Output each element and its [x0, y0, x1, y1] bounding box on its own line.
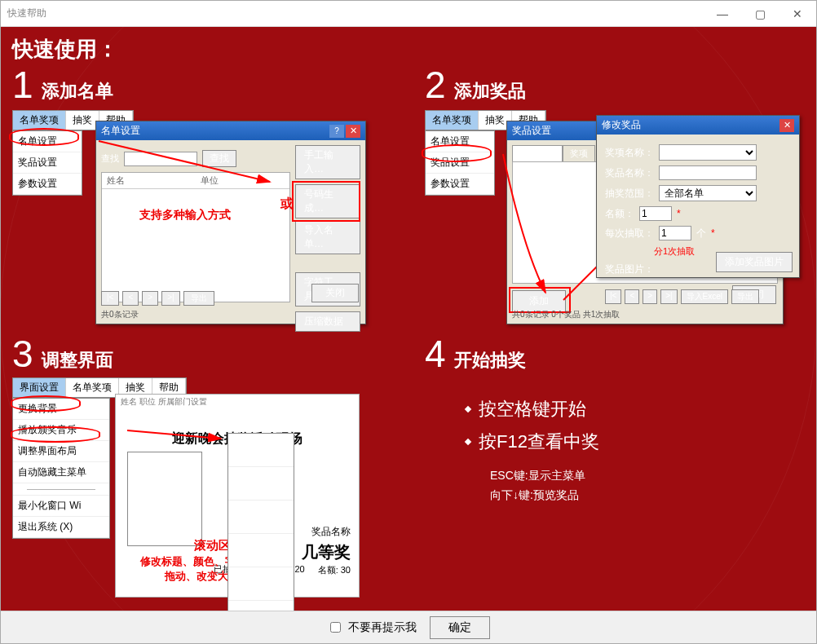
dont-show-checkbox[interactable]: 不要再提示我 — [327, 620, 417, 635]
step-4-bullets: 按空格键开始 按F12查看中奖 — [425, 397, 599, 454]
import-excel-button[interactable]: 导入Excel — [681, 289, 728, 304]
photo-placeholder — [127, 452, 202, 546]
menu-dropdown-1: 名单设置 奖品设置 参数设置 — [12, 130, 82, 196]
step-1: 1添加名单 — [12, 66, 113, 104]
prize-label: 奖品名称 — [311, 525, 351, 539]
label-photo: 奖品图片： — [605, 262, 654, 276]
menu-entry[interactable]: 参数设置 — [13, 174, 82, 195]
arrow-icon — [123, 402, 237, 451]
menu-item[interactable]: 界面设置 — [13, 378, 66, 397]
diamond-icon — [465, 439, 471, 445]
key-down: 向下↓键:预览奖品 — [490, 488, 599, 503]
prize-name-input[interactable] — [659, 165, 757, 180]
label-per-draw: 每次抽取： — [605, 227, 654, 240]
label-name: 奖品名称： — [605, 166, 654, 180]
menu-item[interactable]: 名单奖项 — [426, 111, 479, 130]
menu-entry[interactable]: 奖品设置 — [13, 152, 82, 174]
menu-entry[interactable]: 播放颁奖音乐 — [13, 420, 109, 441]
label-scope: 抽奖范围： — [605, 187, 654, 201]
menu-item[interactable]: 名单奖项 — [13, 111, 66, 130]
menu-entry[interactable]: 名单设置 — [426, 131, 494, 152]
ok-button[interactable]: 确定 — [430, 616, 490, 639]
step-2-title: 添加奖品 — [454, 79, 526, 104]
menu-entry[interactable]: 自动隐藏主菜单 — [13, 462, 109, 483]
dont-show-label: 不要再提示我 — [348, 620, 417, 635]
step-3-number: 3 — [12, 335, 33, 373]
step-2: 2添加奖品 — [425, 66, 526, 104]
menu-entry[interactable]: 最小化窗口 Wi — [13, 496, 109, 517]
bullet-f12: 按F12查看中奖 — [479, 430, 599, 454]
menu-entry[interactable]: 更换背景 — [13, 399, 109, 420]
dlg1-close-button[interactable]: 关闭 — [311, 284, 359, 302]
dialog-edit-prize: 修改奖品 ✕ 奖项名称： 奖品名称： 抽奖范围：全部名单 名额：* 每次抽取：个… — [596, 115, 800, 278]
step-1-number: 1 — [12, 66, 33, 104]
menu-dropdown-2: 名单设置 奖品设置 参数设置 — [425, 130, 495, 196]
bullet-space: 按空格键开始 — [479, 397, 586, 421]
ctx-item[interactable]: 修改颜色 — [228, 501, 294, 534]
key-esc: ESC键:显示主菜单 — [490, 469, 599, 483]
step-2-number: 2 — [425, 66, 446, 104]
per-draw-input[interactable] — [659, 226, 691, 240]
category-select[interactable] — [659, 144, 757, 161]
arrow-icon — [91, 133, 286, 214]
dont-show-input[interactable] — [330, 622, 341, 633]
step-4-keys: ESC键:显示主菜单 向下↓键:预览奖品 — [490, 469, 599, 503]
dialog-title: 修改奖品 ✕ — [597, 116, 799, 135]
help-window: 快速帮助 — ▢ ✕ 快速使用： 1添加名单 名单奖项 抽奖 帮助 名单设置 奖… — [0, 0, 817, 644]
menu-entry[interactable]: 名单设置 — [13, 131, 82, 152]
context-menu: 修改文字 修改字体 修改颜色 修改底色 底色透明 自动大小 隐藏 — [227, 433, 294, 611]
note-text: 支持多种输入方式 — [139, 208, 231, 223]
export-button[interactable]: 导出 — [183, 291, 214, 306]
step-4-title: 开始抽奖 — [454, 348, 526, 373]
menu-entry[interactable]: 退出系统 (X) — [13, 517, 109, 538]
manual-input-button[interactable]: 手工输入… — [295, 145, 360, 179]
import-list-button[interactable]: 导入名单… — [295, 220, 360, 254]
menu-entry[interactable]: 参数设置 — [426, 174, 494, 195]
step-1-title: 添加名单 — [42, 79, 113, 104]
window-title: 快速帮助 — [7, 7, 46, 20]
generate-numbers-button[interactable]: 号码生成… — [295, 184, 360, 218]
count-input[interactable] — [639, 206, 672, 221]
close-button[interactable]: ✕ — [779, 1, 816, 27]
page-title: 快速使用： — [12, 35, 816, 64]
content-area: 快速使用： 1添加名单 名单奖项 抽奖 帮助 名单设置 奖品设置 参数设置 名单… — [1, 27, 816, 611]
footer: 不要再提示我 确定 — [1, 611, 816, 643]
menu-item[interactable]: 名单奖项 — [66, 378, 119, 397]
dialog-title-text: 修改奖品 — [602, 118, 641, 132]
scope-select[interactable]: 全部名单 — [659, 185, 757, 201]
minimize-button[interactable]: — — [704, 1, 741, 27]
diamond-icon — [465, 406, 471, 412]
close-icon[interactable]: ✕ — [779, 119, 794, 132]
menu-entry[interactable]: 奖品设置 — [426, 152, 494, 174]
titlebar: 快速帮助 — ▢ ✕ — [1, 1, 816, 27]
dialog-title-text: 奖品设置 — [512, 124, 551, 138]
label-category: 奖项名称： — [605, 146, 654, 160]
ctx-item[interactable]: 底色透明 — [228, 567, 294, 601]
menu-entry[interactable]: 调整界面布局 — [13, 441, 109, 462]
ctx-item[interactable]: 自动大小 — [228, 601, 294, 611]
step-4: 4开始抽奖 按空格键开始 按F12查看中奖 ESC键:显示主菜单 向下↓键:预览… — [425, 335, 599, 508]
menu-dropdown-3: 更换背景 播放颁奖音乐 调整界面布局 自动隐藏主菜单 ——————— 最小化窗口… — [12, 398, 110, 539]
menu-item[interactable]: 抽奖 — [66, 111, 99, 130]
prize-tier: 几等奖 — [302, 541, 351, 563]
scroll-area-label: 滚动区 — [194, 538, 231, 554]
ctx-item[interactable]: 修改文字 — [228, 434, 294, 467]
export-button[interactable]: 导出 — [731, 289, 759, 304]
step-3-title: 调整界面 — [42, 348, 113, 373]
svg-line-2 — [127, 430, 221, 439]
maximize-button[interactable]: ▢ — [741, 1, 779, 27]
step-3: 3调整界面 — [12, 335, 113, 373]
step-4-number: 4 — [425, 335, 446, 373]
svg-line-0 — [99, 141, 270, 182]
add-photo-button[interactable]: 添加奖品图片 — [716, 252, 793, 272]
tier-count: 名额: 30 — [318, 564, 351, 576]
help-icon[interactable]: ? — [329, 125, 344, 138]
label-count: 名额： — [605, 207, 634, 221]
dlg1-status: 共0条记录 — [101, 309, 139, 320]
ctx-item[interactable]: 修改字体 — [228, 467, 294, 501]
ctx-item[interactable]: 修改底色 — [228, 534, 294, 567]
compress-button[interactable]: 压缩数据 — [295, 311, 360, 332]
close-icon[interactable]: ✕ — [346, 125, 360, 138]
